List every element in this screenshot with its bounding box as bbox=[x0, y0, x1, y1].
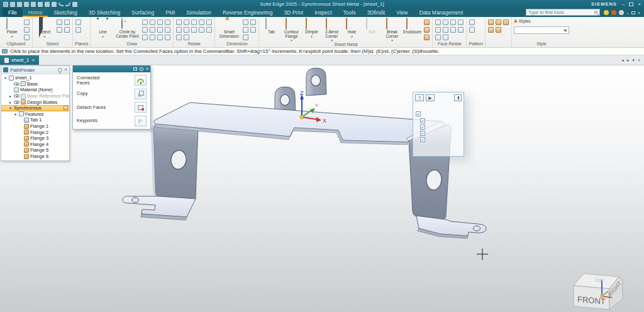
tab-strip-close-icon[interactable]: × bbox=[638, 58, 640, 62]
pathfinder-item-features[interactable]: ▾Features bbox=[1, 111, 69, 118]
find-tools-search[interactable]: Type to find tools bbox=[526, 9, 600, 16]
tab-next-icon[interactable]: ▸ bbox=[627, 58, 630, 63]
relationship-colors-icon[interactable] bbox=[184, 35, 189, 40]
split-body-icon[interactable] bbox=[496, 27, 501, 33]
select-button[interactable]: Select ▾ bbox=[35, 18, 55, 38]
menu-tab-home[interactable]: Home bbox=[23, 8, 48, 17]
relate-faces-icon[interactable] bbox=[435, 20, 441, 25]
right-foot-flange[interactable] bbox=[416, 216, 486, 238]
rotate-icon[interactable] bbox=[157, 35, 163, 40]
menu-tab-sketching[interactable]: Sketching bbox=[48, 8, 82, 17]
add-body-icon[interactable] bbox=[488, 20, 494, 25]
project-to-sketch-icon[interactable] bbox=[142, 27, 148, 33]
quickbar-checkbox-2[interactable]: ✓ bbox=[420, 118, 425, 123]
perpendicular-face-icon[interactable] bbox=[443, 27, 448, 33]
lock-icon[interactable] bbox=[199, 20, 204, 25]
symmetry-face-icon[interactable] bbox=[450, 20, 456, 25]
symmetric-diameter-icon[interactable] bbox=[243, 27, 248, 33]
dimension-style-icon[interactable] bbox=[243, 35, 248, 40]
tab-close-icon[interactable]: × bbox=[31, 57, 35, 63]
coordinate-dimension-icon[interactable] bbox=[250, 27, 256, 33]
move-icon[interactable] bbox=[150, 35, 155, 40]
menu-tab-pmi[interactable]: PMI bbox=[160, 8, 180, 17]
menu-tab-view[interactable]: View bbox=[391, 8, 413, 17]
multi-body-icon[interactable] bbox=[488, 27, 494, 33]
tangent-face-icon[interactable] bbox=[435, 35, 441, 40]
close-button[interactable]: × bbox=[638, 1, 641, 7]
connect-icon[interactable] bbox=[176, 20, 182, 25]
menu-tab-3dfindit[interactable]: 3Dfindit bbox=[361, 8, 391, 17]
pathfinder-close-icon[interactable]: × bbox=[64, 67, 67, 72]
smart-dimension-button[interactable]: Smart Dimension bbox=[217, 18, 241, 38]
document-tab-sheet-1[interactable]: sheet_1 × bbox=[0, 55, 39, 65]
quickbar-help-button[interactable]: ? bbox=[415, 94, 424, 101]
rectangular-pattern-icon[interactable] bbox=[469, 20, 475, 25]
menu-tab-3d-sketching[interactable]: 3D Sketching bbox=[83, 8, 126, 17]
pathfinder-pin-icon[interactable] bbox=[58, 68, 62, 72]
enclosure-button[interactable]: Enclosure bbox=[402, 18, 422, 42]
symmetric-icon[interactable] bbox=[184, 27, 189, 33]
quickbar-checkbox-5[interactable]: ✓ bbox=[420, 137, 425, 142]
pathfinder-item-material-none[interactable]: Material (None) bbox=[1, 87, 69, 93]
close-document-icon[interactable]: × bbox=[638, 11, 640, 15]
offset-icon[interactable] bbox=[165, 20, 170, 25]
offset-face-icon[interactable] bbox=[450, 27, 456, 33]
connected-faces-button[interactable] bbox=[135, 75, 147, 86]
menu-tab-3d-print[interactable]: 3D Print bbox=[278, 8, 309, 17]
parallel-face-icon[interactable] bbox=[435, 27, 441, 33]
tab-prev-icon[interactable]: ◂ bbox=[621, 58, 624, 63]
select-priority-icon[interactable] bbox=[64, 27, 70, 33]
concentric-icon[interactable] bbox=[191, 27, 197, 33]
clipboard-icon[interactable] bbox=[24, 27, 30, 33]
commandbar-restore-icon[interactable] bbox=[133, 67, 137, 70]
maintain-relationships-icon[interactable] bbox=[176, 35, 182, 40]
new-document-icon[interactable] bbox=[10, 2, 15, 7]
quickbar-pin-icon[interactable] bbox=[454, 94, 462, 101]
menu-tab-inspect[interactable]: Inspect bbox=[309, 8, 337, 17]
break-corner-button[interactable]: Break Corner▾ bbox=[382, 18, 402, 42]
tab-list-icon[interactable]: ▾ bbox=[632, 58, 635, 63]
app-icon[interactable] bbox=[3, 2, 8, 7]
tangent-icon[interactable] bbox=[191, 20, 197, 25]
menu-tab-simulation[interactable]: Simulation bbox=[180, 8, 217, 17]
menu-tab-file[interactable]: File bbox=[3, 8, 23, 17]
settings-icon[interactable] bbox=[45, 2, 50, 7]
fence-select-icon[interactable] bbox=[64, 20, 70, 25]
expander-open-icon[interactable]: ▾ bbox=[3, 75, 8, 80]
distance-between-icon[interactable] bbox=[243, 20, 248, 25]
hole-button[interactable]: Hole▾ bbox=[341, 18, 362, 42]
line-button[interactable]: Line ▾ bbox=[92, 18, 113, 38]
contour-flange-button[interactable]: Contour Flange▾ bbox=[281, 18, 301, 42]
trim-icon[interactable] bbox=[157, 27, 163, 33]
expander-closed-icon[interactable]: ▸ bbox=[8, 94, 13, 98]
pathfinder-item-synchronous[interactable]: ▾Synchronous bbox=[1, 105, 69, 111]
open-icon[interactable] bbox=[17, 2, 22, 7]
style-dropdown[interactable] bbox=[514, 26, 569, 34]
pathfinder-item-sheet-1[interactable]: ▾sheet_1 bbox=[1, 75, 69, 81]
commandbar-close-icon[interactable]: × bbox=[146, 67, 148, 71]
quickbar-accept-button[interactable]: ▶ bbox=[426, 94, 435, 101]
menu-tab-tools[interactable]: Tools bbox=[338, 8, 362, 17]
pattern-sketch-icon[interactable] bbox=[150, 27, 155, 33]
restore-icon[interactable] bbox=[631, 11, 635, 14]
view-cube[interactable]: FRONT RIGHT TOP bbox=[574, 274, 623, 309]
collinear-icon[interactable] bbox=[199, 27, 204, 33]
print-icon[interactable] bbox=[38, 2, 43, 7]
arc-icon[interactable] bbox=[150, 20, 155, 25]
pathfinder-item-design-bodies[interactable]: ▸Design Bodies bbox=[1, 99, 69, 105]
horizontal-vertical-icon[interactable] bbox=[184, 20, 189, 25]
quickbar-checkbox-3[interactable]: ✓ bbox=[420, 125, 425, 130]
extend-icon[interactable] bbox=[165, 27, 170, 33]
keypoints-button[interactable]: |○ bbox=[135, 116, 147, 126]
commandbar-options-icon[interactable] bbox=[140, 67, 143, 71]
minimize-button[interactable]: – bbox=[622, 1, 625, 7]
coplanar-icon[interactable] bbox=[458, 20, 464, 25]
ear-tab-right[interactable] bbox=[306, 68, 326, 96]
rigid-set-icon[interactable] bbox=[206, 27, 212, 33]
menu-tab-reverse-engineering[interactable]: Reverse Engineering bbox=[217, 8, 278, 17]
pencil-icon[interactable] bbox=[165, 35, 170, 40]
paste-face-icon[interactable] bbox=[424, 27, 430, 33]
pathfinder-item-flange-6[interactable]: Flange 6 bbox=[1, 153, 69, 160]
subtract-body-icon[interactable] bbox=[496, 20, 501, 25]
pathfinder-item-flange-3[interactable]: Flange 3 bbox=[1, 135, 69, 142]
